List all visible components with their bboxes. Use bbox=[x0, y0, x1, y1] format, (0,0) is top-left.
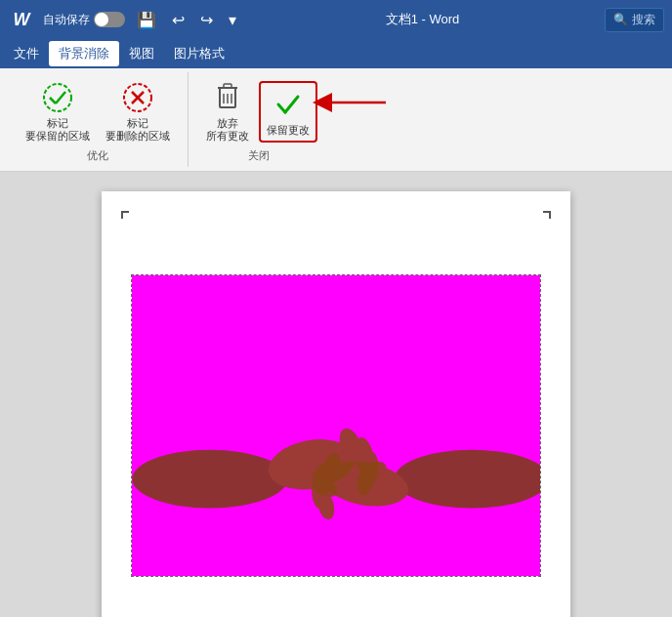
mark-remove-button[interactable]: 标记要删除的区域 bbox=[100, 76, 176, 146]
undo-icon[interactable]: ↩ bbox=[168, 9, 189, 31]
keep-changes-button[interactable]: 保留更改 bbox=[259, 81, 317, 143]
autosave-label: 自动保存 bbox=[43, 12, 90, 28]
customize-icon[interactable]: ▾ bbox=[225, 9, 240, 31]
menu-file[interactable]: 文件 bbox=[4, 41, 49, 66]
image-background bbox=[132, 275, 540, 576]
annotation-arrow bbox=[310, 89, 388, 119]
corner-handle-tr bbox=[543, 211, 551, 219]
mark-keep-button[interactable]: 标记要保留的区域 bbox=[20, 76, 96, 146]
svg-point-0 bbox=[44, 84, 71, 111]
svg-line-13 bbox=[285, 97, 298, 112]
discard-button[interactable]: 放弃所有更改 bbox=[200, 76, 255, 146]
svg-point-16 bbox=[132, 450, 287, 509]
svg-point-23 bbox=[395, 450, 540, 509]
svg-rect-8 bbox=[224, 84, 231, 88]
keep-changes-label: 保留更改 bbox=[267, 124, 310, 137]
toggle-knob bbox=[95, 13, 108, 26]
optimize-buttons: 标记要保留的区域 标记要删除的区域 bbox=[20, 76, 176, 146]
menu-pic-format[interactable]: 图片格式 bbox=[164, 41, 234, 66]
close-buttons: 放弃所有更改 保留更改 bbox=[200, 76, 317, 146]
discard-icon bbox=[210, 80, 245, 115]
doc-title: 文档1 - Word bbox=[248, 11, 597, 28]
redo-icon[interactable]: ↪ bbox=[196, 9, 217, 31]
mark-keep-icon bbox=[40, 80, 75, 115]
menu-bg-remove[interactable]: 背景消除 bbox=[49, 41, 119, 66]
ribbon-group-close: 放弃所有更改 保留更改 bbox=[189, 72, 329, 167]
search-label: 搜索 bbox=[632, 12, 655, 28]
svg-line-12 bbox=[278, 104, 285, 112]
group-optimize-label: 优化 bbox=[87, 148, 108, 163]
corner-handle-tl bbox=[121, 211, 129, 219]
image-container[interactable] bbox=[131, 274, 541, 577]
autosave-toggle[interactable] bbox=[94, 12, 125, 27]
discard-label: 放弃所有更改 bbox=[206, 117, 249, 143]
mark-keep-label: 标记要保留的区域 bbox=[25, 117, 90, 143]
doc-area bbox=[0, 172, 672, 617]
keep-icon bbox=[271, 87, 306, 122]
save-icon[interactable]: 💾 bbox=[133, 9, 160, 31]
autosave-area: 自动保存 bbox=[43, 12, 125, 28]
svg-line-2 bbox=[56, 92, 65, 103]
mark-remove-label: 标记要删除的区域 bbox=[105, 117, 170, 143]
word-logo: W bbox=[8, 6, 35, 33]
search-box[interactable]: 🔍 搜索 bbox=[605, 8, 664, 32]
svg-line-1 bbox=[50, 98, 56, 103]
doc-page bbox=[102, 191, 570, 617]
group-close-label: 关闭 bbox=[248, 148, 270, 163]
search-icon: 🔍 bbox=[613, 13, 628, 26]
menu-bar: 文件 背景消除 视图 图片格式 bbox=[0, 39, 672, 68]
title-bar: W 自动保存 💾 ↩ ↪ ▾ 文档1 - Word 🔍 搜索 bbox=[0, 0, 672, 39]
ribbon: 标记要保留的区域 标记要删除的区域 优化 bbox=[0, 68, 672, 172]
mark-remove-icon bbox=[120, 80, 155, 115]
menu-view[interactable]: 视图 bbox=[119, 41, 164, 66]
ribbon-group-optimize: 标记要保留的区域 标记要删除的区域 优化 bbox=[8, 72, 189, 167]
hands-image bbox=[132, 275, 540, 576]
keep-btn-wrapper: 保留更改 bbox=[259, 81, 317, 143]
